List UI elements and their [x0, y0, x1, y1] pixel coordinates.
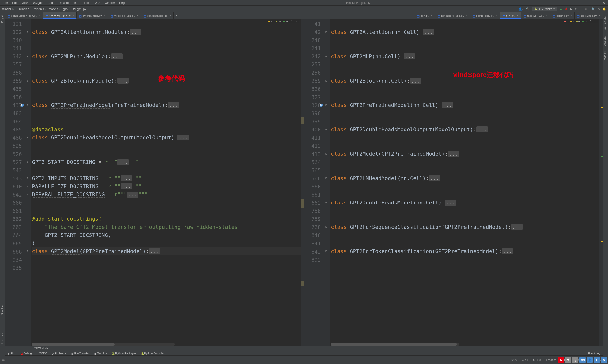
code-line[interactable]	[331, 215, 602, 223]
file-breadcrumb[interactable]: GPT2Model	[5, 346, 603, 351]
code-line[interactable]	[32, 85, 303, 93]
event-log-button[interactable]: ○Event Log	[585, 352, 600, 355]
breadcrumb-item[interactable]: mindnlp	[34, 7, 44, 11]
code-line[interactable]	[32, 109, 303, 117]
code-line[interactable]	[331, 239, 602, 247]
debug-icon[interactable]: 🐞	[564, 7, 568, 11]
code-line[interactable]: class GPT2PreTrainedModel(PreTrainedMode…	[32, 101, 303, 109]
code-line[interactable]: class GPT2Attention(nn.Module):...	[32, 28, 303, 36]
chevron-down-icon[interactable]: ⌄	[594, 20, 597, 23]
code-line[interactable]: class GPT2Model(GPT2PreTrainedModel):...	[331, 150, 602, 158]
code-line[interactable]	[331, 85, 602, 93]
close-tab-icon[interactable]: ×	[570, 14, 572, 17]
menu-file[interactable]: File	[1, 1, 10, 5]
code-line[interactable]: class GPT2LMHeadModel(nn.Cell):...	[331, 174, 602, 182]
editor-tab[interactable]: ⬒configuration_bert.py×	[5, 13, 43, 19]
menu-tools[interactable]: Tools	[82, 1, 92, 5]
code-line[interactable]	[331, 44, 602, 52]
code-line[interactable]: "The bare GPT2 Model transformer outputt…	[32, 223, 303, 231]
ime-sogou-icon[interactable]: S	[558, 357, 564, 363]
code-line[interactable]: class GPT2DoubleHeadsModelOutput(ModelOu…	[331, 126, 602, 134]
inspection-summary-right[interactable]: 4 8 6 28 ⌃ ⌄	[563, 20, 598, 23]
code-body-right[interactable]: class GPT2Attention(nn.Cell):...class GP…	[330, 19, 603, 346]
code-line[interactable]: GPT2_INPUTS_DOCSTRING = r"""..."""	[32, 174, 303, 182]
code-line[interactable]	[32, 150, 303, 158]
code-line[interactable]: GPT2_START_DOCSTRING,	[32, 231, 303, 239]
code-line[interactable]: class GPT2MLP(nn.Module):...	[32, 52, 303, 61]
project-tool-button[interactable]: Project	[0, 13, 4, 25]
file-transfer-tool-button[interactable]: ⇅File Transfer	[71, 352, 90, 355]
python-packages-tool-button[interactable]: 🐍Python Packages	[112, 352, 137, 355]
python-console-tool-button[interactable]: 🐍Python Console	[141, 352, 164, 355]
code-line[interactable]: @add_start_docstrings(	[32, 215, 303, 223]
code-line[interactable]: GPT2_START_DOCSTRING = r"""..."""	[32, 158, 303, 166]
code-line[interactable]	[331, 93, 602, 101]
editor-tab[interactable]: ⬒logging.py×	[550, 13, 575, 19]
menu-run[interactable]: Run	[72, 1, 81, 5]
code-line[interactable]	[331, 142, 602, 150]
override-icon[interactable]: o↓	[319, 104, 323, 107]
ime-skin-icon[interactable]: ◧	[594, 357, 600, 363]
stop-icon[interactable]: ■	[585, 7, 586, 11]
code-line[interactable]: class GPT2DoubleHeadsModel(nn.Cell):...	[331, 199, 602, 207]
quick-list-icon[interactable]: ▭	[2, 358, 4, 362]
code-line[interactable]	[32, 256, 303, 264]
ime-person-icon[interactable]: 👤	[586, 357, 593, 363]
code-line[interactable]	[32, 264, 303, 272]
search-icon[interactable]: 🔍	[592, 7, 595, 11]
file-breadcrumb-class[interactable]: GPT2Model	[34, 347, 49, 350]
ime-keyboard-icon[interactable]: ⌨	[579, 357, 586, 363]
sciview-tool-button[interactable]: SciView	[603, 48, 607, 63]
menu-refactor[interactable]: Refactor	[57, 1, 71, 5]
code-line[interactable]	[331, 191, 602, 199]
override-icon[interactable]: o↓	[21, 104, 24, 107]
code-line[interactable]: DEPARALLELIZE_DOCSTRING = r"""..."""	[32, 191, 303, 199]
menu-vcs[interactable]: VCS	[92, 1, 102, 5]
code-line[interactable]: class GPT2DoubleHeadsModelOutput(ModelOu…	[32, 134, 303, 142]
code-line[interactable]	[331, 256, 602, 264]
code-line[interactable]: @dataclass	[32, 126, 303, 134]
code-line[interactable]	[331, 134, 602, 142]
close-tab-icon[interactable]: ×	[169, 14, 171, 17]
code-line[interactable]	[32, 166, 303, 174]
code-line[interactable]	[331, 231, 602, 239]
code-line[interactable]: class GPT2PreTrainedModel(nn.Cell):...	[331, 101, 602, 109]
terminal-tool-button[interactable]: ▣Terminal	[94, 352, 108, 355]
code-area-left[interactable]: 1211223403413423573583594354364374834844…	[5, 19, 304, 346]
code-line[interactable]	[331, 61, 602, 69]
code-line[interactable]	[331, 166, 602, 174]
close-tab-icon[interactable]: ×	[39, 14, 40, 17]
coverage-icon[interactable]: ▶	[570, 7, 572, 11]
minimize-icon[interactable]: ─	[589, 1, 592, 4]
close-tab-icon[interactable]: ×	[598, 14, 600, 17]
close-tab-icon[interactable]: ×	[431, 14, 433, 17]
close-tab-icon[interactable]: ×	[546, 14, 548, 17]
ime-tool-icon[interactable]: ⛭	[601, 357, 607, 363]
editor-tab[interactable]: ⬒test_GPT2.py×	[521, 13, 550, 19]
maximize-icon[interactable]: ▢	[596, 1, 598, 4]
menu-navigate[interactable]: Navigate	[30, 1, 45, 5]
close-tab-icon[interactable]: ×	[103, 14, 105, 17]
code-line[interactable]	[32, 207, 303, 215]
error-stripe-right[interactable]	[599, 19, 603, 346]
structure-tool-button[interactable]: Structure	[0, 302, 4, 317]
code-line[interactable]	[331, 182, 602, 191]
run-icon[interactable]: ▶	[560, 7, 562, 11]
close-tab-icon[interactable]: ×	[137, 14, 139, 17]
error-stripe-left[interactable]	[301, 19, 304, 346]
editor-tab[interactable]: ⬒gpt2.py×	[500, 13, 521, 19]
breadcrumb-item[interactable]: mindnlp	[19, 7, 29, 11]
close-tab-icon[interactable]: ×	[72, 13, 74, 17]
code-line[interactable]: )	[32, 239, 303, 247]
gutter-right[interactable]: 4142240241242257258259326327328398399400…	[304, 19, 323, 346]
run-config-selector[interactable]: 🐍 test_GPT2 ▾	[532, 7, 557, 11]
inspection-summary-left[interactable]: 17 36 37 ⌃ ⌄	[267, 20, 299, 23]
breadcrumb-item[interactable]: gpt2	[63, 7, 68, 11]
close-tab-icon[interactable]: ×	[517, 13, 519, 17]
breadcrumb-root[interactable]: MindNLP	[2, 7, 14, 11]
chevron-up-icon[interactable]: ⌃	[290, 20, 293, 23]
code-line[interactable]: PARALLELIZE_DOCSTRING = r"""..."""	[32, 182, 303, 191]
editor-tab[interactable]: ⬒mindspore_utils.py×	[435, 13, 470, 19]
code-line[interactable]: class GPT2MLP(nn.Cell):...	[331, 52, 602, 61]
code-line[interactable]	[32, 199, 303, 207]
